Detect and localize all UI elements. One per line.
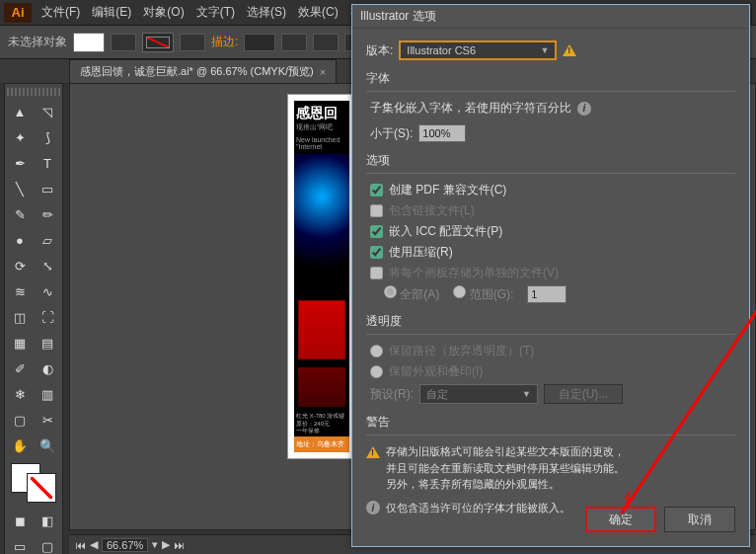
- menu-type[interactable]: 文字(T): [190, 1, 241, 24]
- screen-mode-full[interactable]: ▢: [35, 534, 60, 554]
- width-tool[interactable]: ≋: [7, 279, 33, 303]
- no-selection-label: 未选择对象: [8, 34, 67, 50]
- magic-wand-tool[interactable]: ✦: [7, 125, 33, 149]
- menu-effect[interactable]: 效果(C): [292, 1, 344, 24]
- stroke-weight[interactable]: [244, 34, 275, 51]
- warning-icon: [366, 446, 380, 458]
- artboard-tool[interactable]: ▢: [7, 408, 33, 432]
- stroke-swatch[interactable]: [142, 33, 174, 52]
- illustrator-options-dialog: Illustrator 选项 版本: Illustrator CS6 ▼ 字体 …: [351, 4, 750, 547]
- zoom-level[interactable]: 66.67%: [102, 538, 148, 552]
- nav-last-icon[interactable]: ⏭: [174, 539, 185, 551]
- warning-text-2: 仅包含适当许可位的字体才能被嵌入。: [386, 501, 570, 515]
- color-picker[interactable]: [11, 463, 56, 503]
- nav-first-icon[interactable]: ⏮: [75, 539, 86, 551]
- nav-next-icon[interactable]: ▶: [162, 538, 170, 551]
- poster-address: 地址：乌鲁木齐: [294, 436, 349, 452]
- shape-builder-tool[interactable]: ◫: [7, 305, 33, 329]
- zoom-tool[interactable]: 🔍: [35, 434, 60, 457]
- radio-range: 范围(G):: [453, 285, 513, 303]
- fonts-heading: 字体: [366, 70, 735, 87]
- menu-edit[interactable]: 编辑(E): [86, 1, 137, 24]
- info-icon[interactable]: i: [577, 102, 591, 116]
- cb-compress[interactable]: 使用压缩(R): [370, 244, 735, 261]
- color-mode[interactable]: ◼: [7, 509, 33, 532]
- version-select[interactable]: Illustrator CS6 ▼: [399, 40, 557, 60]
- document-tab[interactable]: 感恩回馈，诚意巨献.ai* @ 66.67% (CMYK/预览) ×: [69, 59, 337, 83]
- type-tool[interactable]: T: [35, 151, 60, 175]
- warning-text-1b: 并且可能会在重新读取文档时停用某些编辑功能。: [386, 460, 625, 477]
- poster-sub1: 现推出“网吧: [294, 122, 349, 136]
- gradient-mode[interactable]: ◧: [35, 509, 60, 532]
- fill-swatch[interactable]: [73, 33, 105, 52]
- stroke-label: 描边:: [211, 34, 238, 50]
- nav-prev-icon[interactable]: ◀: [90, 538, 98, 551]
- direct-selection-tool[interactable]: ◹: [35, 100, 60, 123]
- warnings-heading: 警告: [366, 414, 735, 431]
- ok-button[interactable]: 确定: [585, 507, 656, 532]
- stroke-color[interactable]: [27, 473, 56, 503]
- poster-sub2: New launched "Internet: [294, 136, 349, 154]
- blob-brush-tool[interactable]: ●: [7, 228, 33, 252]
- radio-all: 全部(A): [384, 285, 439, 303]
- eraser-tool[interactable]: ▱: [35, 228, 60, 252]
- fill-menu[interactable]: [111, 34, 136, 51]
- hand-tool[interactable]: ✋: [7, 434, 33, 457]
- pen-tool[interactable]: ✒: [7, 151, 33, 175]
- slice-tool[interactable]: ✂: [35, 408, 60, 432]
- cb-include-linked: 包含链接文件(L): [370, 202, 735, 219]
- pencil-tool[interactable]: ✏: [35, 202, 60, 226]
- preset-label: 预设(R):: [370, 386, 414, 403]
- document-title: 感恩回馈，诚意巨献.ai* @ 66.67% (CMYK/预览): [80, 64, 314, 79]
- artboard[interactable]: 感恩回 现推出“网吧 New launched "Internet 红光 X-7…: [287, 94, 356, 459]
- poster-heading: 感恩回: [294, 101, 349, 122]
- dialog-title: Illustrator 选项: [360, 8, 436, 25]
- lasso-tool[interactable]: ⟆: [35, 125, 60, 149]
- subset-percent-input[interactable]: [418, 124, 466, 142]
- zoom-dropdown-icon[interactable]: ▾: [152, 538, 158, 551]
- cancel-button[interactable]: 取消: [664, 507, 735, 532]
- warp-tool[interactable]: ∿: [35, 279, 60, 303]
- preset-select: 自定▼: [419, 384, 538, 404]
- mesh-tool[interactable]: ▦: [7, 331, 33, 355]
- blend-tool[interactable]: ◐: [35, 356, 60, 380]
- range-input: [527, 285, 567, 303]
- app-window: Ai 文件(F) 编辑(E) 对象(O) 文字(T) 选择(S) 效果(C) 视…: [0, 0, 756, 554]
- poster-info: 红光 X-780 游戏键 原价：240元 一年保修: [294, 411, 349, 436]
- cb-pdf-compat[interactable]: 创建 PDF 兼容文件(C): [370, 182, 735, 198]
- stroke-type[interactable]: [281, 34, 307, 51]
- cb-embed-icc[interactable]: 嵌入 ICC 配置文件(P): [370, 223, 735, 240]
- scale-tool[interactable]: ⤡: [35, 254, 60, 277]
- menu-object[interactable]: 对象(O): [137, 1, 189, 24]
- poster-keyboard-dark: [298, 367, 345, 407]
- info-icon: i: [366, 501, 380, 514]
- radio-preserve-appearance: 保留外观和叠印(I): [370, 363, 735, 380]
- dialog-titlebar[interactable]: Illustrator 选项: [352, 5, 749, 29]
- transparency-heading: 透明度: [366, 313, 735, 330]
- radio-preserve-paths: 保留路径（放弃透明度）(T): [370, 343, 735, 359]
- selection-tool[interactable]: ▲: [7, 100, 33, 123]
- options-heading: 选项: [366, 152, 735, 169]
- stroke-menu[interactable]: [180, 34, 205, 51]
- line-tool[interactable]: ╲: [7, 177, 33, 200]
- brush-tool[interactable]: ✎: [7, 202, 33, 226]
- gradient-tool[interactable]: ▤: [35, 331, 60, 355]
- version-label: 版本:: [366, 42, 393, 59]
- free-transform-tool[interactable]: ⛶: [35, 305, 60, 329]
- rotate-tool[interactable]: ⟳: [7, 254, 33, 277]
- poster-content: 感恩回 现推出“网吧 New launched "Internet 红光 X-7…: [294, 101, 349, 452]
- rectangle-tool[interactable]: ▭: [35, 177, 60, 200]
- custom-preset-button: 自定(U)...: [544, 384, 623, 404]
- warning-icon: [563, 44, 576, 56]
- symbol-spray-tool[interactable]: ❄: [7, 382, 33, 406]
- warning-text-1a: 存储为旧版格式可能会引起某些文本版面的更改，: [386, 443, 625, 460]
- menu-select[interactable]: 选择(S): [241, 1, 292, 24]
- menu-file[interactable]: 文件(F): [36, 1, 86, 24]
- warning-text-1c: 另外，将丢弃所有隐藏的外观属性。: [386, 476, 625, 493]
- eyedropper-tool[interactable]: ✐: [7, 356, 33, 380]
- graph-tool[interactable]: ▥: [35, 382, 60, 406]
- brush-def[interactable]: [313, 34, 339, 51]
- close-tab-icon[interactable]: ×: [320, 66, 326, 78]
- screen-mode-normal[interactable]: ▭: [7, 534, 33, 554]
- lt-label: 小于(S):: [370, 125, 413, 142]
